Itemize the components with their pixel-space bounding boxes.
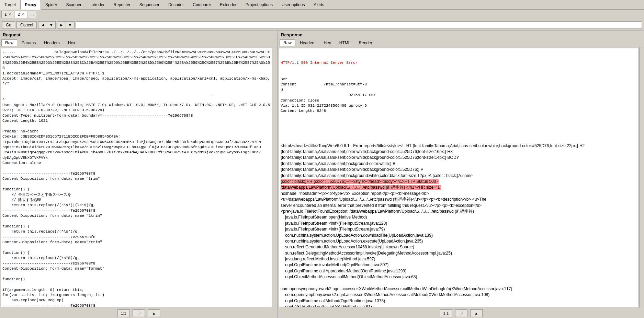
response-panel-inner: HTTP/1.1 500 Internal Server Error Ser C… (278, 47, 644, 308)
response-bottom-btn1[interactable]: 1:1 (440, 309, 452, 317)
response-scrollbar[interactable] (639, 47, 644, 308)
request-panel-inner: ...... pFlag=download&filePath=../../../… (0, 47, 278, 308)
go-button[interactable]: Go (2, 21, 15, 29)
response-html-body: <html><head><title>TongWeb/6.0.6.1 - Err… (281, 138, 637, 307)
request-bottom-btn2[interactable]: ⊞ (133, 309, 145, 317)
request-content: ...... pFlag=download&filePath=../../../… (2, 50, 272, 307)
tab-1[interactable]: 1 ✕ (1, 11, 14, 18)
menu-proxy[interactable]: Proxy (20, 0, 41, 10)
request-panel: Request Raw Params Headers Hex ...... pF… (0, 31, 278, 318)
response-bottom-btn2[interactable]: ⊞ (455, 309, 467, 317)
cancel-button[interactable]: Cancel (16, 21, 37, 29)
prev-button[interactable]: ◄ (38, 21, 47, 29)
request-panel-title: Request (0, 31, 278, 39)
response-headers: Ser Content /html;charset=utf-8 U- 02:54… (281, 77, 637, 114)
menu-decoder[interactable]: Decoder (164, 0, 188, 10)
next-drop-button[interactable]: ▼ (66, 21, 75, 29)
response-tab-raw[interactable]: Raw (280, 39, 295, 46)
menu-scanner[interactable]: Scanner (61, 0, 86, 10)
request-scrollbar[interactable] (273, 47, 278, 308)
response-bottom-btn3[interactable]: ▲ (470, 309, 483, 317)
nav-next-group: ► ▼ (57, 21, 75, 29)
menu-sequencer[interactable]: Sequencer (135, 0, 164, 10)
main-content: Request Raw Params Headers Hex ...... pF… (0, 31, 644, 318)
response-tab-render[interactable]: Render (355, 39, 376, 46)
request-bottom-btn3[interactable]: ▲ (148, 309, 160, 317)
tab-2-close[interactable]: ✕ (21, 12, 24, 16)
request-tab-raw[interactable]: Raw (1, 39, 17, 46)
menu-user-options[interactable]: User options (277, 0, 309, 10)
request-tab-hex[interactable]: Hex (64, 39, 79, 46)
menu-alerts[interactable]: Alerts (309, 0, 329, 10)
response-tab-hex[interactable]: Hex (320, 39, 335, 46)
menu-spider[interactable]: Spider (41, 0, 62, 10)
tab-2[interactable]: 2 ✕ (15, 11, 27, 18)
response-tab-headers[interactable]: Headers (296, 39, 319, 46)
prev-drop-button[interactable]: ▼ (47, 21, 56, 29)
tab-2-label: 2 (18, 12, 20, 17)
response-code-area[interactable]: HTTP/1.1 500 Internal Server Error Ser C… (279, 48, 639, 307)
menu-target[interactable]: Target (0, 0, 20, 10)
nav-prev-group: ◄ ▼ (38, 21, 56, 29)
request-subtab-bar: Raw Params Headers Hex (0, 39, 278, 47)
response-status-line: HTTP/1.1 500 Internal Server Error (281, 60, 637, 66)
menu-intruder[interactable]: Intruder (86, 0, 109, 10)
menu-comparer[interactable]: Comparer (188, 0, 215, 10)
response-subtab-bar: Raw Headers Hex HTML Render (278, 39, 644, 47)
tab-1-close[interactable]: ✕ (8, 12, 11, 16)
menu-project-options[interactable]: Project options (241, 0, 277, 10)
tab-1-label: 1 (4, 12, 7, 17)
request-bottom-bar: 1:1 ⊞ ▲ (0, 308, 278, 318)
menu-repeater[interactable]: Repeater (109, 0, 135, 10)
tab-bar: 1 ✕ 2 ✕ ... (0, 10, 644, 19)
response-panel-title: Response (278, 31, 644, 39)
menu-bar: Target Proxy Spider Scanner Intruder Rep… (0, 0, 644, 10)
request-bottom-btn1[interactable]: 1:1 (117, 309, 130, 317)
toolbar: Go Cancel ◄ ▼ ► ▼ (0, 19, 644, 31)
request-tab-params[interactable]: Params (18, 39, 39, 46)
tab-more[interactable]: ... (28, 11, 36, 18)
url-bar[interactable] (76, 21, 642, 29)
response-tab-html[interactable]: HTML (336, 39, 354, 46)
request-code-area[interactable]: ...... pFlag=download&filePath=../../../… (1, 48, 272, 307)
response-panel: Response Raw Headers Hex HTML Render HTT… (278, 31, 644, 318)
request-tab-headers[interactable]: Headers (40, 39, 63, 46)
menu-extender[interactable]: Extender (216, 0, 241, 10)
next-button[interactable]: ► (57, 21, 66, 29)
response-bottom-bar: 1:1 ⊞ ▲ (278, 308, 644, 318)
